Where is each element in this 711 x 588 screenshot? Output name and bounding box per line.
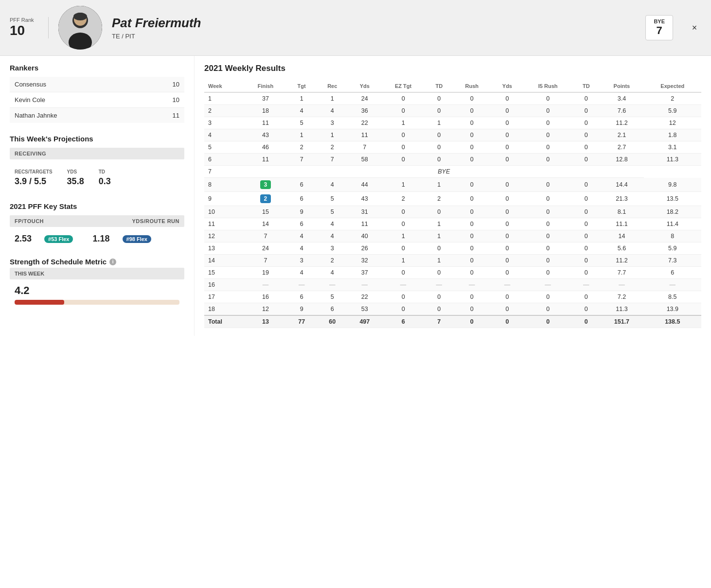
yds-cell: 7 [348,141,381,154]
expected-cell: 5.9 [644,105,701,117]
td-cell: 0 [426,242,453,255]
yds-cell: 37 [348,267,381,279]
finish-badge-blue: 2 [260,194,271,203]
rec-cell: 5 [316,206,348,218]
rush-cell: 0 [453,154,491,166]
finish-cell: 12 [244,303,287,316]
week-cell: 7 [204,166,244,178]
expected-cell: 18.2 [644,206,701,218]
expected-cell: 1.8 [644,129,701,141]
week-cell: 9 [204,192,244,206]
ez_tgt-cell: 2 [381,192,425,206]
table-row: 1274440110000148 [204,230,701,242]
ryds-cell: 0 [491,206,523,218]
tgt-cell: 4 [287,242,316,255]
ranker-rank: 11 [142,108,184,123]
points-cell: — [600,279,643,291]
results-col-header: Tgt [287,80,316,92]
points-cell: 2.7 [600,141,643,154]
schedule-title: Strength of Schedule Metric i [10,258,184,266]
finish-cell: 37 [244,92,287,105]
rush-cell: 0 [453,178,491,192]
tgt-cell: 4 [287,105,316,117]
ryds-cell: 0 [491,255,523,267]
tgt-cell: 4 [287,267,316,279]
table-row: 16———————————— [204,279,701,291]
table-row: 151944370000007.76 [204,267,701,279]
table-row: 1812965300000011.313.9 [204,303,701,316]
td-cell: 1 [426,117,453,129]
rec-cell: 7 [316,154,348,166]
week-cell: 13 [204,242,244,255]
rush-cell: 0 [453,291,491,303]
main-content: Rankers Consensus10Kevin Cole10Nathan Ja… [0,56,711,336]
ryds-cell: 0 [491,154,523,166]
week-cell: 5 [204,141,244,154]
finish-badge-green: 3 [260,180,271,189]
rtd-cell: 0 [572,117,600,129]
rtd-cell: 0 [572,206,600,218]
results-col-header: Yds [348,80,381,92]
rec-cell: 4 [316,218,348,230]
ez_tgt-cell: 0 [381,218,425,230]
td-cell: 0 [426,206,453,218]
finish-cell: 11 [244,154,287,166]
ryds-cell: 0 [491,267,523,279]
ranker-name: Consensus [10,77,142,92]
rankers-section: Rankers Consensus10Kevin Cole10Nathan Ja… [10,64,184,123]
week-cell: 12 [204,230,244,242]
finish-cell: 24 [244,242,287,255]
info-icon[interactable]: i [109,259,116,265]
i5rush-cell: 0 [523,315,573,328]
td-cell: 1 [426,178,453,192]
td-cell: 7 [426,315,453,328]
rtd-cell: 0 [572,154,600,166]
rush-cell: 0 [453,303,491,316]
close-button[interactable]: × [688,21,701,35]
points-cell: 2.1 [600,129,643,141]
expected-cell: 9.8 [644,178,701,192]
expected-cell: 3.1 [644,141,701,154]
td-cell: 1 [426,218,453,230]
progress-bar-fill [15,300,64,305]
left-panel: Rankers Consensus10Kevin Cole10Nathan Ja… [0,56,195,336]
svg-point-4 [73,13,87,20]
i5rush-cell: 0 [523,218,573,230]
td-cell: 0 [426,303,453,316]
ez_tgt-cell: 0 [381,303,425,316]
rec-cell: 2 [316,255,348,267]
results-col-header: Rec [316,80,348,92]
progress-bar [15,300,179,305]
i5rush-cell: 0 [523,178,573,192]
tgt-cell: 9 [287,206,316,218]
expected-cell: 8.5 [644,291,701,303]
rec-cell: 2 [316,141,348,154]
i5rush-cell: 0 [523,242,573,255]
ranker-row: Kevin Cole10 [10,92,184,108]
key-stats-title: 2021 PFF Key Stats [10,202,184,210]
tgt-cell: 6 [287,192,316,206]
expected-cell: 6 [644,267,701,279]
ez_tgt-cell: 0 [381,92,425,105]
yds-cell: 497 [348,315,381,328]
ez_tgt-cell: 1 [381,230,425,242]
week-cell: 8 [204,178,244,192]
yds-cell: 44 [348,178,381,192]
finish-cell: 7 [244,255,287,267]
player-avatar [58,6,102,50]
i5rush-cell: 0 [523,206,573,218]
table-row: 92654322000021.313.5 [204,192,701,206]
yds-route-label: YDS/ROUTE RUN [132,218,179,224]
td-cell: 0 [426,154,453,166]
bye-value: 7 [657,24,662,37]
rtd-cell: 0 [572,242,600,255]
week-cell: 3 [204,117,244,129]
player-header: PFF Rank 10 Pat Freiermuth TE / PIT BYE … [0,0,711,56]
rtd-cell: — [572,279,600,291]
ez_tgt-cell: 0 [381,154,425,166]
rec-cell: 3 [316,242,348,255]
table-row: 1114641101000011.111.4 [204,218,701,230]
proj-row: RECS/TARGETS 3.9 / 5.5 YDS 35.8 TD 0.3 [10,165,184,190]
finish-cell: 46 [244,141,287,154]
ranker-rank: 10 [142,77,184,92]
